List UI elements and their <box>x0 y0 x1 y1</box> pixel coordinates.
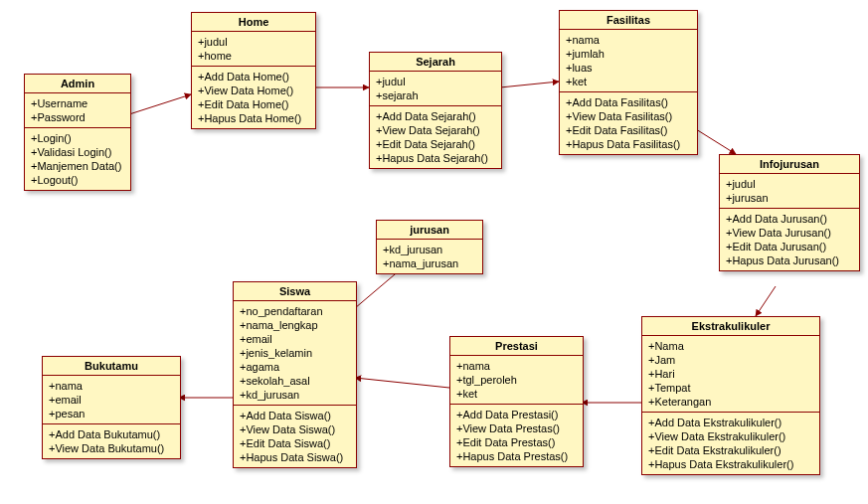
class-title: Ekstrakulikuler <box>642 317 819 336</box>
class-infojurusan: Infojurusan +judul +jurusan +Add Data Ju… <box>719 154 860 271</box>
ops-section: +Add Data Home() +View Data Home() +Edit… <box>192 67 315 128</box>
op: +Add Data Bukutamu() <box>49 427 174 441</box>
attr-section: +nama +tgl_peroleh +ket <box>450 356 583 405</box>
class-title: jurusan <box>377 221 482 240</box>
op: +Add Data Prestasi() <box>456 408 577 421</box>
op: +Edit Data Fasilitas() <box>566 123 691 137</box>
attr: +kd_jurusan <box>240 388 350 402</box>
attr: +Hari <box>648 367 813 381</box>
class-fasilitas: Fasilitas +nama +jumlah +luas +ket +Add … <box>559 10 698 155</box>
assoc-fasilitas-infojurusan <box>696 129 736 154</box>
attr-section: +kd_jurusan +nama_jurusan <box>377 240 482 273</box>
op: +Hapus Data Siswa() <box>240 450 350 464</box>
attr: +sejarah <box>376 88 495 102</box>
attr: +Keterangan <box>648 395 813 409</box>
op: +View Data Bukutamu() <box>49 441 174 455</box>
op: +Hapus Data Ekstrakulikuler() <box>648 457 813 471</box>
class-siswa: Siswa +no_pendaftaran +nama_lengkap +ema… <box>233 281 357 468</box>
class-admin: Admin +Username +Password +Login() +Vali… <box>24 74 131 191</box>
attr: +nama_jurusan <box>383 256 476 270</box>
attr: +judul <box>726 177 853 191</box>
class-title: Fasilitas <box>560 11 697 30</box>
op: +View Data Fasilitas() <box>566 109 691 123</box>
attr-section: +Nama +Jam +Hari +Tempat +Keterangan <box>642 336 819 413</box>
attr: +judul <box>376 75 495 88</box>
attr-section: +judul +home <box>192 32 315 67</box>
ops-section: +Add Data Ekstrakulikuler() +View Data E… <box>642 413 819 474</box>
ops-section: +Add Data Fasilitas() +View Data Fasilit… <box>560 92 697 154</box>
class-title: Admin <box>25 75 130 93</box>
attr: +nama <box>456 359 577 373</box>
assoc-infojurusan-ekstra <box>756 286 776 316</box>
op: +Add Data Sejarah() <box>376 109 495 123</box>
attr: +tgl_peroleh <box>456 373 577 387</box>
attr-section: +nama +email +pesan <box>43 376 180 424</box>
assoc-prestasi-siswa <box>355 378 449 388</box>
op: +Add Data Jurusan() <box>726 212 853 226</box>
op: +Add Data Siswa() <box>240 409 350 422</box>
class-title: Sejarah <box>370 53 501 72</box>
op: +Edit Data Sejarah() <box>376 137 495 151</box>
attr: +ket <box>566 75 691 88</box>
attr: +Tempat <box>648 381 813 395</box>
op: +View Data Home() <box>198 84 309 97</box>
attr: +Nama <box>648 339 813 353</box>
uml-canvas: Admin +Username +Password +Login() +Vali… <box>0 0 868 504</box>
attr-section: +judul +jurusan <box>720 174 859 209</box>
class-prestasi: Prestasi +nama +tgl_peroleh +ket +Add Da… <box>449 336 584 467</box>
op: +Hapus Data Sejarah() <box>376 151 495 165</box>
op: +View Data Jurusan() <box>726 226 853 240</box>
attr: +nama <box>49 379 174 393</box>
class-title: Home <box>192 13 315 32</box>
op: +Add Data Fasilitas() <box>566 95 691 109</box>
op: +Edit Data Prestas() <box>456 435 577 449</box>
op: +Add Data Ekstrakulikuler() <box>648 416 813 429</box>
attr: +kd_jurusan <box>383 243 476 256</box>
class-title: Bukutamu <box>43 357 180 376</box>
attr: +no_pendaftaran <box>240 304 350 318</box>
attr: +jurusan <box>726 191 853 205</box>
attr-section: +nama +jumlah +luas +ket <box>560 30 697 92</box>
op: +Edit Data Jurusan() <box>726 240 853 253</box>
class-bukutamu: Bukutamu +nama +email +pesan +Add Data B… <box>42 356 181 459</box>
attr: +judul <box>198 35 309 49</box>
attr: +Jam <box>648 353 813 367</box>
ops-section: +Add Data Siswa() +View Data Siswa() +Ed… <box>234 406 356 467</box>
attr: +home <box>198 49 309 63</box>
op: +Edit Data Siswa() <box>240 436 350 450</box>
ops-section: +Add Data Sejarah() +View Data Sejarah()… <box>370 106 501 168</box>
op: +Logout() <box>31 173 124 187</box>
attr: +luas <box>566 61 691 75</box>
attr: +Username <box>31 96 124 110</box>
op: +View Data Siswa() <box>240 422 350 436</box>
op: +Manjemen Data() <box>31 159 124 173</box>
ops-section: +Add Data Prestasi() +View Data Prestas(… <box>450 405 583 466</box>
assoc-sejarah-fasilitas <box>500 82 559 87</box>
op: +Edit Data Home() <box>198 97 309 111</box>
op: +Hapus Data Prestas() <box>456 449 577 463</box>
assoc-admin-home <box>129 94 191 114</box>
attr-section: +no_pendaftaran +nama_lengkap +email +je… <box>234 301 356 406</box>
class-home: Home +judul +home +Add Data Home() +View… <box>191 12 316 129</box>
class-sejarah: Sejarah +judul +sejarah +Add Data Sejara… <box>369 52 502 169</box>
attr: +agama <box>240 360 350 374</box>
attr: +jenis_kelamin <box>240 346 350 360</box>
class-title: Prestasi <box>450 337 583 356</box>
op: +Edit Data Ekstrakulikuler() <box>648 443 813 457</box>
attr: +ket <box>456 387 577 401</box>
class-ekstrakulikuler: Ekstrakulikuler +Nama +Jam +Hari +Tempat… <box>641 316 820 475</box>
op: +Validasi Login() <box>31 145 124 159</box>
attr: +sekolah_asal <box>240 374 350 388</box>
attr: +jumlah <box>566 47 691 61</box>
attr: +email <box>240 332 350 346</box>
ops-section: +Add Data Bukutamu() +View Data Bukutamu… <box>43 424 180 458</box>
attr: +nama_lengkap <box>240 318 350 332</box>
op: +Add Data Home() <box>198 70 309 84</box>
attr: +Password <box>31 110 124 124</box>
ops-section: +Login() +Validasi Login() +Manjemen Dat… <box>25 128 130 190</box>
attr-section: +judul +sejarah <box>370 72 501 106</box>
class-title: Siswa <box>234 282 356 301</box>
op: +Hapus Data Home() <box>198 111 309 125</box>
attr-section: +Username +Password <box>25 93 130 128</box>
class-jurusan: jurusan +kd_jurusan +nama_jurusan <box>376 220 483 274</box>
